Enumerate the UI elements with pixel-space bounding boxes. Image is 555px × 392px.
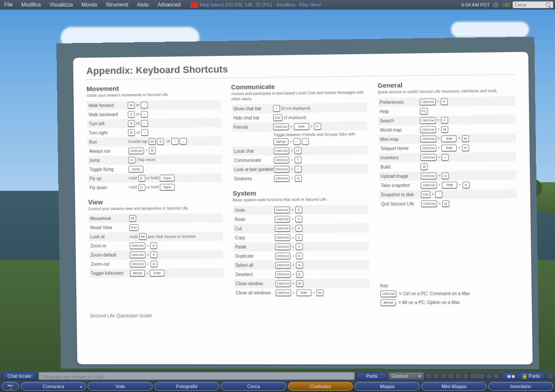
- keycap: Ctrl/Cmd: [274, 234, 291, 241]
- shortcut-keys: Ctrl/Cmd+Z: [274, 206, 367, 213]
- chevron-up-icon[interactable]: ▴: [78, 384, 84, 389]
- section-desc: Quick access to useful Second Life resou…: [378, 88, 515, 95]
- voice-toggle[interactable]: ◉◉: [501, 372, 514, 380]
- shortcut-label: Paste: [235, 245, 275, 250]
- shortcut-keys: Ctrl+`: [421, 190, 515, 198]
- keycap: Ctrl/Cmd: [275, 280, 291, 287]
- expand-up2-icon[interactable]: [547, 373, 553, 379]
- keycap: Y: [295, 216, 303, 222]
- shortcut-row: Upload image Ctrl/Cmd+U: [379, 170, 517, 181]
- section-desc: Control your camera view and perspective…: [88, 206, 222, 212]
- search-icon[interactable]: [546, 3, 550, 7]
- keycap: M: [462, 135, 469, 141]
- music-icon[interactable]: [426, 373, 432, 379]
- keycap: Alt/Opt: [130, 270, 145, 277]
- network-icon[interactable]: [493, 2, 499, 8]
- shortcut-row: Redo Ctrl/Cmd+Y: [233, 214, 369, 224]
- shortcut-row: Close window Ctrl/Cmd+W: [234, 279, 370, 288]
- toolbar-vola[interactable]: Vola: [88, 382, 153, 391]
- section-title: Movement: [86, 83, 220, 92]
- shortcut-row: Run Double-tapWSor↑↓: [87, 136, 221, 147]
- balance[interactable]: L$0: [502, 2, 510, 7]
- toolbar-fotografie[interactable]: Fotografie: [154, 382, 219, 391]
- shortcut-row: Fly down HoldCor holdPgDn: [88, 182, 222, 192]
- in-world-prim[interactable]: Appendix: Keyboard Shortcuts MovementGui…: [56, 37, 539, 369]
- keycap: Ctrl/Cmd: [273, 124, 289, 131]
- shortcut-row: Undo Ctrl/Cmd+Z: [233, 205, 369, 215]
- keycap: Ctrl/Cmd: [130, 242, 145, 249]
- keycap: Ctrl/Cmd: [275, 290, 291, 296]
- menu-strumenti[interactable]: Strumenti: [102, 2, 133, 8]
- shortcut-label: Fly down: [90, 185, 129, 190]
- shortcut-keys: Ctrl/Cmd+V: [275, 243, 368, 250]
- toolbar-inventario[interactable]: Inventario: [488, 382, 553, 391]
- search-input[interactable]: [515, 3, 546, 7]
- keycap: Ctrl/Cmd: [274, 207, 290, 213]
- keycap: Alt: [139, 233, 147, 240]
- media-icon[interactable]: [448, 373, 454, 379]
- keycap: H: [294, 147, 301, 154]
- parla2-button[interactable]: 🔒Parla: [516, 372, 545, 380]
- shortcut-label: Jump: [89, 157, 129, 163]
- keycap: D: [296, 253, 303, 259]
- chat-input-wrap[interactable]: [39, 372, 355, 380]
- search-box[interactable]: [513, 1, 553, 8]
- toolbar-mini-mappa[interactable]: Mini-Mappa: [421, 382, 486, 391]
- toolbar-costruisci[interactable]: Costruisci: [288, 382, 353, 391]
- menu-modifica[interactable]: Modifica: [17, 2, 45, 8]
- keycap: ↑: [141, 101, 148, 108]
- stop-icon[interactable]: [441, 373, 447, 379]
- keycap: Ctrl/Cmd: [421, 182, 437, 189]
- camera-icon-button[interactable]: 📷: [2, 382, 19, 391]
- shortcut-keys: Ctrl/Cmd+T: [274, 156, 366, 163]
- shortcut-keys: /(if not displayed): [273, 104, 366, 112]
- shortcut-row: Jump E(Tap once): [88, 154, 222, 165]
- speaker-icon[interactable]: [486, 373, 492, 379]
- chat-locale-button[interactable]: Chat locale: [2, 372, 37, 380]
- play2-icon[interactable]: [455, 373, 461, 379]
- shortcut-label: Walk backward: [88, 112, 128, 117]
- keycap: 0: [150, 242, 157, 249]
- key-legend: Key: Ctrl/Cmd= Ctrl on a PC; Command on …: [380, 283, 518, 306]
- shortcut-row: Select all Ctrl/Cmd+A: [234, 260, 370, 270]
- location-icon[interactable]: [190, 2, 198, 8]
- shortcut-row: Quit Second Life Ctrl/Cmd+Q: [379, 198, 517, 208]
- play-icon[interactable]: [433, 373, 439, 379]
- menu-aiuto[interactable]: Aiuto: [133, 2, 153, 8]
- chat-input[interactable]: [39, 374, 354, 380]
- toolbar-cerca[interactable]: Cerca: [221, 382, 286, 391]
- shortcut-row: Gestures Ctrl/Cmd+G: [232, 173, 368, 184]
- shortcut-label: Always run: [89, 148, 128, 154]
- chat-bar: Chat locale Parla▴ Gesture▾ ◉◉ 🔒Parla: [0, 371, 555, 381]
- shortcut-label: Turn left: [89, 121, 128, 126]
- keycap: Ctrl/Cmd: [275, 243, 291, 250]
- keycap: Esc: [273, 114, 282, 121]
- keycap: B: [421, 163, 428, 170]
- menu-file[interactable]: File: [0, 2, 17, 8]
- menu-visualizza[interactable]: Visualizza: [45, 2, 77, 8]
- keycap: Enter: [150, 270, 164, 276]
- shortcut-row: Toggle fullscreen Alt/Opt+Enter: [89, 268, 223, 278]
- menu-advanced[interactable]: Advanced: [153, 2, 185, 8]
- keycap: Ctrl/Cmd: [274, 147, 290, 154]
- stop2-icon[interactable]: [463, 373, 469, 379]
- location-text[interactable]: Help Island 220 209, 185, 22 (PG) - Sand…: [200, 2, 322, 7]
- keycap: ↑: [171, 138, 178, 144]
- shortcut-keys: Ctrl/Cmd+Shift+W: [275, 289, 368, 296]
- toolbar-mappa[interactable]: Mappa: [355, 382, 420, 391]
- shortcut-label: Cut: [235, 226, 275, 231]
- toolbar-comunica[interactable]: Comunica▴: [21, 382, 86, 391]
- keycap: F: [441, 117, 448, 123]
- shortcut-keys: E(Tap once): [128, 156, 220, 163]
- shortcut-keys: HoldEor holdPgUp: [129, 174, 220, 182]
- bottom-toolbar: 📷 Comunica▴VolaFotografieCercaCostruisci…: [0, 381, 555, 392]
- shortcut-row: Inventory Ctrl/Cmd+I: [379, 152, 516, 162]
- volume-slider[interactable]: [470, 373, 485, 379]
- menu-mondo[interactable]: Mondo: [77, 2, 102, 8]
- keycap: ↓: [141, 111, 148, 117]
- gesture-dropdown[interactable]: Gesture▾: [388, 372, 424, 380]
- shortcut-row: Toggle between Friends and Groups Tabs w…: [232, 131, 368, 147]
- expand-up-icon[interactable]: [493, 373, 500, 379]
- shortcut-label: [234, 139, 274, 140]
- parla-button[interactable]: Parla▴: [356, 372, 387, 380]
